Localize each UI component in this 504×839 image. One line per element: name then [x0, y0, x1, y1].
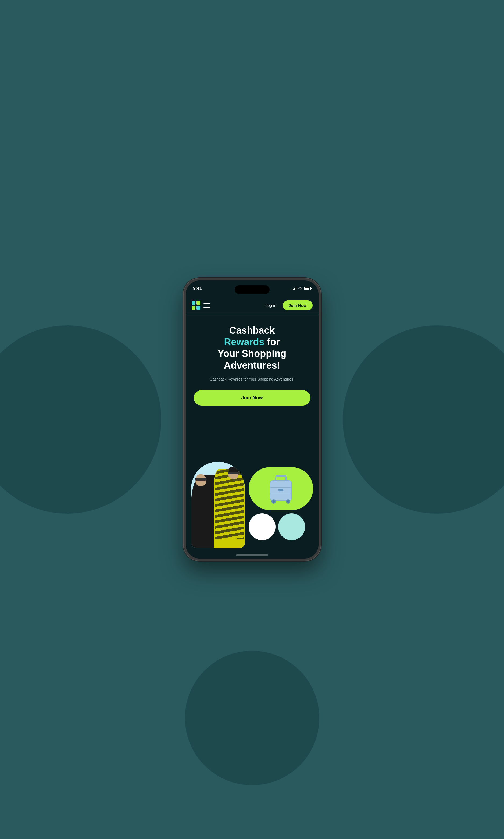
phone-frame: 9:41 — [184, 278, 321, 561]
bottom-circles — [249, 513, 313, 540]
svg-rect-3 — [197, 306, 200, 309]
svg-rect-1 — [197, 301, 200, 305]
join-now-hero-button[interactable]: Join Now — [194, 390, 310, 406]
right-cards — [245, 462, 313, 558]
bg-circle-left — [0, 325, 161, 514]
person2-hair — [229, 467, 238, 472]
phone-content: 9:41 — [186, 281, 319, 558]
join-now-nav-button[interactable]: Join Now — [283, 300, 312, 310]
hero-title-line1: Cashback — [229, 325, 275, 336]
nav-bar: Log in Join Now — [186, 297, 319, 314]
cards-section — [186, 462, 319, 558]
suitcase-icon — [266, 472, 296, 505]
dynamic-island — [235, 285, 270, 294]
battery-icon — [304, 287, 311, 290]
fashion-card — [191, 462, 245, 548]
svg-rect-2 — [192, 306, 195, 309]
hero-rewards-word: Rewards — [224, 336, 264, 347]
svg-point-13 — [273, 500, 275, 503]
person1-glasses — [195, 478, 207, 481]
wifi-icon — [298, 287, 302, 290]
fashion-people-visual — [191, 462, 245, 548]
svg-rect-10 — [286, 477, 287, 481]
svg-rect-6 — [270, 487, 292, 488]
hero-for-word: for — [265, 336, 280, 347]
home-indicator — [236, 554, 268, 556]
svg-rect-0 — [192, 301, 195, 305]
svg-rect-8 — [275, 475, 286, 477]
hero-section: Cashback Rewards for Your Shopping Adven… — [186, 314, 319, 419]
app-logo — [192, 301, 200, 309]
status-time: 9:41 — [193, 286, 202, 291]
signal-icon — [292, 287, 296, 290]
login-button[interactable]: Log in — [262, 301, 280, 310]
bg-circle-right — [343, 325, 504, 514]
suitcase-card — [249, 467, 313, 510]
svg-rect-15 — [278, 488, 283, 491]
hero-title-line3: Your Shopping — [218, 348, 286, 359]
hero-title-line4: Adventures! — [224, 360, 280, 371]
svg-point-14 — [287, 500, 289, 503]
hero-subtitle: Cashback Rewards for Your Shopping Adven… — [194, 376, 310, 382]
svg-rect-9 — [275, 477, 276, 481]
white-circle-card — [249, 513, 275, 540]
status-icons — [292, 287, 311, 290]
bg-circle-bottom — [185, 651, 319, 785]
svg-rect-7 — [270, 493, 292, 494]
teal-circle-card — [278, 513, 305, 540]
person2-stripes — [215, 469, 244, 539]
hero-title: Cashback Rewards for Your Shopping Adven… — [194, 325, 310, 371]
hamburger-menu-icon[interactable] — [203, 303, 210, 308]
